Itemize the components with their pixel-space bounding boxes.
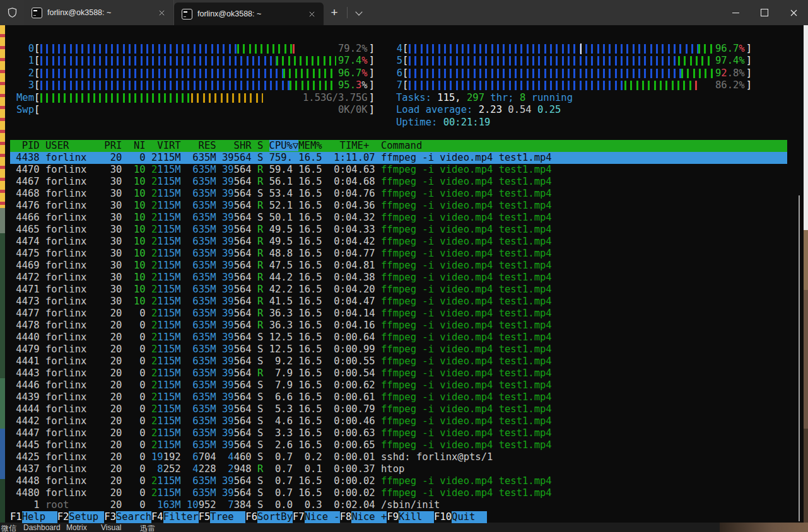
process-row-4447[interactable]: 4447 forlinx 20 0 2115M 635M 39564 S 3.3… bbox=[10, 427, 787, 439]
taskbar-label: Visual bbox=[101, 523, 121, 532]
process-row-1[interactable]: 1 root 20 0 163M 10952 7384 S 0.0 0.3 0:… bbox=[10, 499, 787, 511]
process-row-4446[interactable]: 4446 forlinx 20 0 2115M 635M 39564 S 7.9… bbox=[10, 379, 787, 391]
process-row-4475[interactable]: 4475 forlinx 30 10 2115M 635M 39564 R 48… bbox=[10, 248, 787, 260]
load-average-line: Load average: 2.23 0.54 0.25 bbox=[396, 104, 561, 116]
taskbar-label: Motrix bbox=[66, 523, 87, 532]
process-row-4478[interactable]: 4478 forlinx 20 0 2115M 635M 39564 R 36.… bbox=[10, 320, 787, 332]
meter-mem: Mem[1.53G/3.75G] bbox=[10, 92, 375, 104]
meter-5: 5[97.4%] bbox=[384, 55, 752, 67]
meter-4: 4[96.7%] bbox=[384, 43, 752, 55]
fkey-f6-sortby[interactable]: F6SortBy bbox=[245, 511, 293, 523]
fkey-f9-kill[interactable]: F9Kill bbox=[387, 511, 434, 523]
fkey-f2-setup[interactable]: F2Setup bbox=[57, 511, 105, 523]
uptime-line: Uptime: 00:21:19 bbox=[396, 117, 490, 129]
fkey-f3-search[interactable]: F3Search bbox=[104, 511, 151, 523]
window-controls bbox=[721, 0, 808, 25]
process-row-4472[interactable]: 4472 forlinx 30 10 2115M 635M 39564 R 44… bbox=[10, 272, 787, 284]
process-row-4480[interactable]: 4480 forlinx 20 0 2115M 635M 39564 S 0.7… bbox=[10, 487, 787, 499]
desktop-edge-right bbox=[804, 25, 808, 523]
tab-separator bbox=[347, 7, 348, 18]
process-row-4437[interactable]: 4437 forlinx 20 0 8252 4228 2948 R 0.7 0… bbox=[10, 463, 787, 475]
meter-2: 2[96.7%] bbox=[10, 67, 375, 79]
process-row-4443[interactable]: 4443 forlinx 20 0 2115M 635M 39564 R 7.9… bbox=[10, 367, 787, 379]
process-row-4473[interactable]: 4473 forlinx 30 10 2115M 635M 39564 R 41… bbox=[10, 296, 787, 308]
process-row-4465[interactable]: 4465 forlinx 30 10 2115M 635M 39564 R 49… bbox=[10, 224, 787, 236]
meter-swp: Swp[0K/0K] bbox=[10, 104, 375, 116]
titlebar: forlinx@ok3588: ~forlinx@ok3588: ~ + bbox=[0, 0, 808, 25]
terminal-icon bbox=[32, 8, 42, 18]
tab-title: forlinx@ok3588: ~ bbox=[47, 8, 151, 17]
fkey-f8-nice[interactable]: F8Nice + bbox=[340, 511, 387, 523]
taskbar-label: Dashboard bbox=[23, 523, 61, 532]
process-row-4474[interactable]: 4474 forlinx 30 10 2115M 635M 39564 R 49… bbox=[10, 236, 787, 248]
process-row-4470[interactable]: 4470 forlinx 30 10 2115M 635M 39564 R 59… bbox=[10, 164, 787, 176]
process-row-4471[interactable]: 4471 forlinx 30 10 2115M 635M 39564 R 42… bbox=[10, 284, 787, 296]
taskbar-label: 迅雷 bbox=[140, 523, 155, 532]
process-row-4477[interactable]: 4477 forlinx 20 0 2115M 635M 39564 R 36.… bbox=[10, 308, 787, 320]
process-row-4425[interactable]: 4425 forlinx 20 0 19192 6704 4460 S 0.7 … bbox=[10, 451, 787, 463]
function-key-bar: F1Help F2Setup F3SearchF4FilterF5Tree F6… bbox=[10, 511, 487, 523]
table-header[interactable]: PID USER PRI NI VIRT RES SHR S CPU%▽MEM%… bbox=[10, 140, 787, 152]
process-row-4445[interactable]: 4445 forlinx 20 0 2115M 635M 39564 S 2.6… bbox=[10, 439, 787, 451]
process-row-4439[interactable]: 4439 forlinx 20 0 2115M 635M 39564 S 6.6… bbox=[10, 391, 787, 403]
process-row-4467[interactable]: 4467 forlinx 30 10 2115M 635M 39564 R 56… bbox=[10, 176, 787, 188]
desktop-edge-left bbox=[0, 25, 5, 523]
process-row-4479[interactable]: 4479 forlinx 20 0 2115M 635M 39564 S 12.… bbox=[10, 344, 787, 356]
meter-3: 3[95.3%] bbox=[10, 79, 375, 91]
process-row-4468[interactable]: 4468 forlinx 30 10 2115M 635M 39564 S 53… bbox=[10, 188, 787, 200]
process-table: PID USER PRI NI VIRT RES SHR S CPU%▽MEM%… bbox=[10, 140, 787, 511]
taskbar-label: 微信 bbox=[1, 523, 16, 532]
terminal-icon bbox=[182, 9, 192, 20]
tasks-line: Tasks: 115, 297 thr; 8 running bbox=[396, 92, 573, 104]
meter-0: 0[79.2%] bbox=[10, 43, 375, 55]
meter-6: 6[92.8%] bbox=[384, 67, 752, 79]
maximize-button[interactable] bbox=[750, 0, 779, 25]
tab-dropdown-button[interactable] bbox=[349, 0, 368, 25]
tab-2[interactable]: forlinx@ok3588: ~ bbox=[174, 3, 324, 25]
process-row-4469[interactable]: 4469 forlinx 30 10 2115M 635M 39564 R 47… bbox=[10, 260, 787, 272]
process-row-4440[interactable]: 4440 forlinx 20 0 2115M 635M 39564 S 12.… bbox=[10, 332, 787, 344]
desktop: 微信DashboardMotrixVisual迅雷 forlinx@ok3588… bbox=[0, 0, 808, 532]
process-row-4476[interactable]: 4476 forlinx 30 10 2115M 635M 39564 R 52… bbox=[10, 200, 787, 212]
process-row-4448[interactable]: 4448 forlinx 20 0 2115M 635M 39564 S 0.7… bbox=[10, 475, 787, 487]
process-row-4442[interactable]: 4442 forlinx 20 0 2115M 635M 39564 S 4.6… bbox=[10, 415, 787, 427]
sort-column-cpu[interactable]: CPU%▽ bbox=[269, 140, 299, 151]
scrollbar[interactable] bbox=[799, 195, 800, 521]
tab-title: forlinx@ok3588: ~ bbox=[197, 9, 301, 18]
process-row-4466[interactable]: 4466 forlinx 30 10 2115M 635M 39564 S 50… bbox=[10, 212, 787, 224]
text-cursor bbox=[580, 43, 582, 54]
close-button[interactable] bbox=[779, 0, 808, 25]
meter-7: 7[86.2%] bbox=[384, 79, 752, 91]
new-tab-button[interactable]: + bbox=[324, 0, 345, 25]
desktop-taskbar: 微信DashboardMotrixVisual迅雷 bbox=[0, 523, 808, 532]
tab-close-icon[interactable] bbox=[306, 8, 317, 20]
process-row-4438[interactable]: 4438 forlinx 20 0 2115M 635M 39564 S 759… bbox=[10, 152, 787, 164]
chevron-down-icon bbox=[355, 8, 362, 15]
shield-icon bbox=[0, 0, 24, 25]
process-row-4444[interactable]: 4444 forlinx 20 0 2115M 635M 39564 S 5.3… bbox=[10, 403, 787, 415]
fkey-f7-nice[interactable]: F7Nice - bbox=[293, 511, 340, 523]
process-row-4441[interactable]: 4441 forlinx 20 0 2115M 635M 39564 S 9.2… bbox=[10, 356, 787, 367]
terminal-content: 0[79.2%]1[97.4%]2[96.7%]3[95.3%]Mem[1.53… bbox=[5, 25, 804, 523]
fkey-f5-tree[interactable]: F5Tree bbox=[199, 511, 246, 523]
tab-strip: forlinx@ok3588: ~forlinx@ok3588: ~ bbox=[24, 0, 324, 25]
tab-1[interactable]: forlinx@ok3588: ~ bbox=[24, 0, 174, 25]
fkey-f10-quit[interactable]: F10Quit bbox=[434, 511, 487, 523]
meter-1: 1[97.4%] bbox=[10, 55, 375, 67]
minimize-button[interactable] bbox=[721, 0, 750, 25]
tab-close-icon[interactable] bbox=[156, 7, 167, 18]
fkey-f4-filter[interactable]: F4Filter bbox=[151, 511, 199, 523]
fkey-f1-help[interactable]: F1Help bbox=[10, 511, 57, 523]
